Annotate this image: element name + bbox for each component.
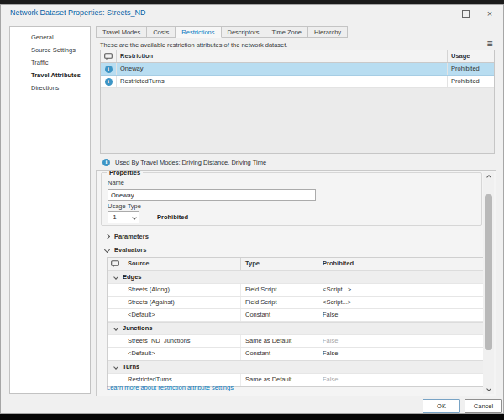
tab-costs[interactable]: Costs	[147, 26, 176, 38]
hamburger-icon: ≡	[486, 38, 492, 50]
maximize-icon	[462, 10, 470, 18]
evaluator-group-row[interactable]: Edges	[108, 270, 483, 284]
sidebar-item-general[interactable]: General	[10, 31, 90, 44]
column-header-prohibited[interactable]: Prohibited	[318, 258, 483, 270]
evaluator-row[interactable]: Streets (Along)Field Script<Script...>	[108, 284, 483, 297]
evaluator-value-cell: False	[318, 348, 483, 360]
info-icon: i	[102, 159, 110, 166]
parameters-expander[interactable]: Parameters	[105, 233, 149, 240]
evaluator-row[interactable]: <Default>ConstantFalse	[108, 348, 483, 360]
chevron-right-icon	[104, 234, 110, 239]
tab-restrictions[interactable]: Restrictions	[176, 26, 221, 38]
column-header-restriction[interactable]: Restriction	[116, 50, 447, 62]
usage-type-label: Usage Type	[108, 202, 141, 210]
cell-icon	[108, 348, 123, 360]
group-header: Turns	[108, 361, 139, 373]
close-icon: ×	[487, 9, 492, 18]
sidebar-item-directions[interactable]: Directions	[10, 81, 90, 94]
restriction-name-cell: RestrictedTurns	[116, 76, 447, 87]
evaluator-source-cell: <Default>	[123, 309, 240, 321]
evaluator-type-cell: Same as Default	[240, 374, 318, 386]
evaluator-group-row[interactable]: Junctions	[108, 322, 483, 335]
usage-type-value: -1	[108, 213, 129, 221]
chevron-down-icon	[104, 247, 110, 253]
info-icon: i	[105, 78, 113, 86]
evaluator-type-cell: Field Script	[240, 297, 318, 308]
evaluators-label: Evaluators	[114, 246, 146, 254]
learn-more-link[interactable]: Learn more about restriction attribute s…	[107, 384, 234, 391]
dialog-title: Network Dataset Properties: Streets_ND	[10, 8, 146, 17]
group-header: Junctions	[108, 323, 152, 334]
scroll-up-button[interactable]	[483, 172, 494, 182]
cell-icon	[108, 335, 123, 347]
name-input[interactable]	[108, 189, 316, 201]
chevron-down-icon	[113, 326, 118, 331]
evaluators-table: Source Type Prohibited EdgesStreets (Alo…	[107, 257, 484, 387]
evaluator-value-cell: False	[318, 374, 483, 386]
comment-icon	[101, 50, 116, 62]
evaluator-value-cell: False	[318, 335, 483, 347]
chevron-down-icon	[486, 386, 491, 391]
evaluator-source-cell: Streets (Against)	[123, 297, 240, 308]
sidebar-item-source-settings[interactable]: Source Settings	[10, 44, 90, 56]
tab-travel-modes[interactable]: Travel Modes	[96, 26, 147, 38]
evaluator-row[interactable]: Streets (Against)Field Script<Script...>	[108, 297, 483, 309]
group-name: Edges	[123, 271, 142, 283]
chevron-up-icon	[486, 175, 491, 180]
scrollbar-thumb[interactable]	[485, 194, 492, 350]
sidebar: GeneralSource SettingsTrafficTravel Attr…	[9, 26, 91, 394]
evaluators-expander[interactable]: Evaluators	[105, 246, 146, 254]
cell-icon: i	[101, 63, 116, 75]
background-window-bottom-edge	[0, 414, 504, 420]
name-label: Name	[108, 179, 124, 186]
used-by-strip: i Used By Travel Modes: Driving Distance…	[96, 155, 496, 169]
restriction-row[interactable]: iOnewayProhibited	[101, 63, 494, 76]
evaluator-group-row[interactable]: Turns	[108, 360, 483, 374]
evaluators-table-header: Source Type Prohibited	[108, 258, 483, 270]
restrictions-table: Restriction Usage iOnewayProhibitediRest…	[100, 50, 495, 154]
cancel-label: Cancel	[474, 402, 493, 410]
evaluator-source-cell: Streets (Along)	[123, 284, 240, 296]
evaluator-value-cell: <Script...>	[318, 284, 483, 296]
evaluator-type-cell: Constant	[240, 309, 318, 321]
restriction-detail-panel: Properties Name Usage Type -1 Prohibited…	[96, 170, 496, 396]
evaluator-source-cell: Streets_ND_Junctions	[123, 335, 240, 347]
evaluator-type-cell: Constant	[240, 348, 318, 360]
evaluator-source-cell: <Default>	[123, 348, 240, 360]
comment-icon	[108, 258, 123, 270]
sidebar-item-travel-attributes[interactable]: Travel Attributes	[10, 69, 90, 81]
column-header-usage[interactable]: Usage	[447, 50, 494, 62]
properties-groupbox: Properties Name Usage Type -1 Prohibited	[101, 172, 482, 226]
chevron-down-icon	[113, 275, 118, 280]
cancel-button[interactable]: Cancel	[465, 399, 502, 413]
close-button[interactable]: ×	[482, 7, 497, 20]
tab-time-zone[interactable]: Time Zone	[265, 26, 308, 38]
restriction-row[interactable]: iRestrictedTurnsProhibited	[101, 76, 494, 88]
screen: Network Dataset Properties: Streets_ND ×…	[0, 0, 504, 420]
network-dataset-properties-dialog: Network Dataset Properties: Streets_ND ×…	[0, 4, 504, 414]
sidebar-item-traffic[interactable]: Traffic	[10, 56, 90, 69]
restrictions-table-header: Restriction Usage	[101, 50, 494, 63]
column-header-source[interactable]: Source	[123, 258, 240, 270]
tab-descriptors[interactable]: Descriptors	[222, 26, 266, 38]
scroll-down-button[interactable]	[483, 384, 494, 394]
cell-icon: i	[101, 76, 116, 87]
tab-hierarchy[interactable]: Hierarchy	[308, 26, 348, 38]
group-name: Turns	[123, 361, 139, 373]
properties-legend: Properties	[107, 170, 143, 176]
ok-button[interactable]: OK	[423, 399, 460, 413]
detail-panel-scrollbar[interactable]	[483, 172, 494, 394]
evaluator-row[interactable]: Streets_ND_JunctionsSame as DefaultFalse	[108, 335, 483, 348]
group-name: Junctions	[123, 323, 152, 334]
usage-type-dropdown[interactable]: -1	[108, 211, 139, 223]
restriction-usage-cell: Prohibited	[447, 76, 494, 87]
column-header-type[interactable]: Type	[240, 258, 318, 270]
evaluator-row[interactable]: <Default>ConstantFalse	[108, 309, 483, 322]
usage-type-text: Prohibited	[157, 213, 188, 221]
maximize-button[interactable]	[458, 7, 473, 20]
restriction-usage-cell: Prohibited	[447, 63, 494, 75]
tab-bar: Travel ModesCostsRestrictionsDescriptors…	[96, 26, 348, 38]
cell-icon	[108, 297, 123, 308]
evaluator-value-cell: <Script...>	[318, 297, 483, 308]
table-menu-button[interactable]: ≡	[484, 38, 496, 50]
